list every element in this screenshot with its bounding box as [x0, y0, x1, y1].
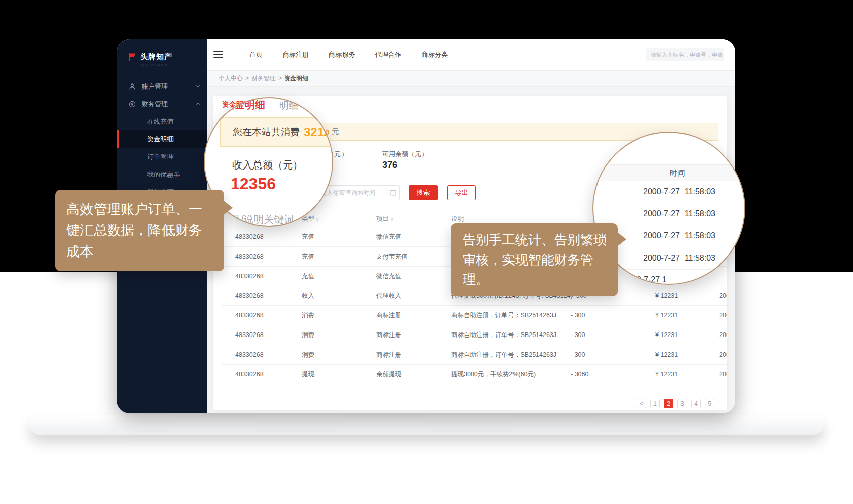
callout-arrow-icon [224, 201, 233, 215]
stat-divider [377, 150, 377, 172]
pagination: < 1 2 3 4 5 [637, 399, 714, 408]
cell-balance: ¥ 12231 [655, 345, 678, 365]
cell-project: 余额提现 [376, 365, 401, 383]
available-balance-value: 376 [382, 160, 397, 171]
magnified-time-row: 2000-7-27 11:58:03 [593, 181, 744, 203]
cell-time: 2000-7-27 11:58:03 [719, 306, 727, 325]
sidebar-item-account[interactable]: 账户管理 [117, 77, 207, 95]
header-project-label: 项目 [376, 215, 389, 222]
cell-order: 48330268 [235, 345, 264, 365]
cell-desc: 商标自助注册，订单号：SB2514263J [451, 325, 556, 345]
cell-amount: - 3060 [571, 365, 588, 383]
sort-chevron-icon: ∨ [316, 217, 319, 222]
cell-order: 48330268 [235, 227, 264, 247]
breadcrumb: 个人中心 > 财务管理 > 资金明细 [207, 71, 735, 87]
breadcrumb-separator: > [245, 75, 249, 82]
cell-project: 代理收入 [376, 286, 401, 306]
breadcrumb-item[interactable]: 财务管理 [251, 74, 276, 83]
sidebar-item-label: 账户管理 [142, 82, 168, 91]
cell-balance: ¥ 12231 [655, 365, 678, 383]
breadcrumb-current: 资金明细 [284, 74, 308, 83]
table-row: 48330268 消费 商标注册 商标自助注册，订单号：SB2514263J -… [222, 306, 727, 325]
magnified-time-value: 2000-7-27 11:58:03 [643, 209, 715, 218]
pagination-page-2-active[interactable]: 2 [664, 399, 673, 408]
cell-type: 充值 [302, 227, 314, 247]
cell-time: 2000-7-27 11:58:03 [719, 365, 727, 383]
magnified-income-label: 收入总额（元） [232, 158, 303, 172]
cell-desc: 商标自助注册，订单号：SB2514263J [451, 306, 556, 325]
breadcrumb-separator: > [278, 75, 282, 82]
cell-project: 支付宝充值 [376, 247, 408, 267]
chevron-down-icon [196, 85, 200, 88]
hamburger-menu-icon[interactable] [213, 49, 223, 60]
marketing-canvas: 头牌知产 TOUPAI.COM 账户管理 财务管理 [0, 0, 853, 504]
cell-type: 提现 [302, 365, 314, 383]
cell-order: 48330268 [235, 286, 264, 306]
cell-type: 消费 [302, 325, 314, 345]
calendar-icon[interactable] [390, 189, 396, 196]
laptop-base [29, 415, 824, 435]
magnified-time-value: 2000-7-27 11:58:03 [643, 254, 715, 263]
breadcrumb-item[interactable]: 个人中心 [219, 74, 243, 83]
brand-flag-icon [128, 53, 137, 62]
nav-tab-trademark-register[interactable]: 商标注册 [283, 50, 309, 59]
nav-tab-trademark-class[interactable]: 商标分类 [421, 50, 448, 59]
cell-type: 充值 [302, 267, 314, 286]
sidebar-item-label: 资金明细 [147, 135, 174, 144]
cell-project: 微信充值 [376, 227, 401, 247]
finance-icon [129, 101, 136, 108]
pagination-page-1[interactable]: 1 [650, 399, 660, 408]
sidebar-item-recharge[interactable]: 在线充值 [117, 113, 207, 130]
table-row: 48330268 消费 商标注册 商标自助注册，订单号：SB2514263J -… [222, 345, 727, 365]
cell-order: 48330268 [235, 247, 264, 267]
magnified-time-value: 2000-7-27 11:58:03 [643, 231, 715, 240]
available-balance-label: 可用余额（元） [382, 150, 428, 159]
top-navigation: 首页 商标注册 商标服务 代理合作 商标分类 [249, 50, 448, 59]
cell-amount: - 300 [571, 306, 585, 325]
nav-tab-agency[interactable]: 代理合作 [375, 50, 401, 59]
cell-time: 2000-7-27 11:58:03 [719, 345, 727, 365]
cell-order: 48330268 [235, 267, 264, 286]
cell-desc: 商标自助注册，订单号：SB2514263J [451, 345, 556, 365]
header-project[interactable]: 项目∨ [376, 212, 394, 226]
cell-time: 2000-7-27 11:58:03 [719, 286, 727, 306]
nav-tab-trademark-service[interactable]: 商标服务 [329, 50, 355, 59]
cell-balance: ¥ 12231 [655, 306, 678, 325]
sidebar-item-coupons[interactable]: 我的优惠券 [117, 165, 207, 183]
cell-project: 商标注册 [376, 345, 401, 365]
cell-project: 微信充值 [376, 267, 401, 286]
chevron-up-icon [196, 102, 200, 105]
table-row: 48330268 提现 余额提现 提现3000元，手续费2%(60元) - 30… [222, 365, 727, 383]
cell-balance: ¥ 12231 [655, 325, 678, 345]
cell-amount: - 300 [571, 325, 585, 345]
sort-chevron-icon: ∨ [390, 217, 394, 222]
pagination-page-5[interactable]: 5 [705, 399, 714, 408]
sidebar-item-label: 订单管理 [147, 152, 174, 161]
banner-unit: 元 [332, 127, 339, 136]
search-button[interactable]: 搜索 [409, 185, 438, 200]
cell-order: 48330268 [235, 325, 264, 345]
trademark-search-input[interactable] [646, 48, 724, 61]
cell-desc: 提现3000元，手续费2%(60元) [451, 365, 536, 383]
brand-logo: 头牌知产 [117, 39, 207, 62]
sidebar-item-orders[interactable]: 订单管理 [117, 148, 207, 165]
cell-time: 2000-7-27 11:58:03 [719, 325, 727, 345]
pagination-page-4[interactable]: 4 [691, 399, 701, 408]
magnified-banner: 您在本站共消费 32124 [220, 117, 333, 147]
magnified-income-value: 12356 [231, 175, 276, 193]
callout-left: 高效管理账户订单、一键汇总数据，降低财务成本 [55, 190, 224, 271]
sidebar-item-label: 我的优惠券 [147, 170, 180, 179]
sidebar-item-finance[interactable]: 财务管理 [117, 95, 207, 113]
cell-project: 商标注册 [376, 325, 401, 345]
pagination-page-3[interactable]: 3 [677, 399, 687, 408]
cell-order: 48330268 [235, 306, 264, 325]
callout-arrow-icon [617, 232, 626, 246]
sidebar-item-fund-detail[interactable]: 资金明细 [117, 130, 207, 148]
magnified-banner-text: 您在本站共消费 [233, 126, 300, 139]
sidebar-item-label: 在线充值 [147, 117, 174, 126]
nav-tab-home[interactable]: 首页 [249, 50, 263, 59]
export-button[interactable]: 导出 [447, 185, 476, 200]
brand-subtext: TOUPAI.COM [117, 62, 207, 66]
magnified-time-value: 2000-7-27 11:58:03 [643, 187, 715, 196]
pagination-prev-button[interactable]: < [637, 399, 646, 408]
